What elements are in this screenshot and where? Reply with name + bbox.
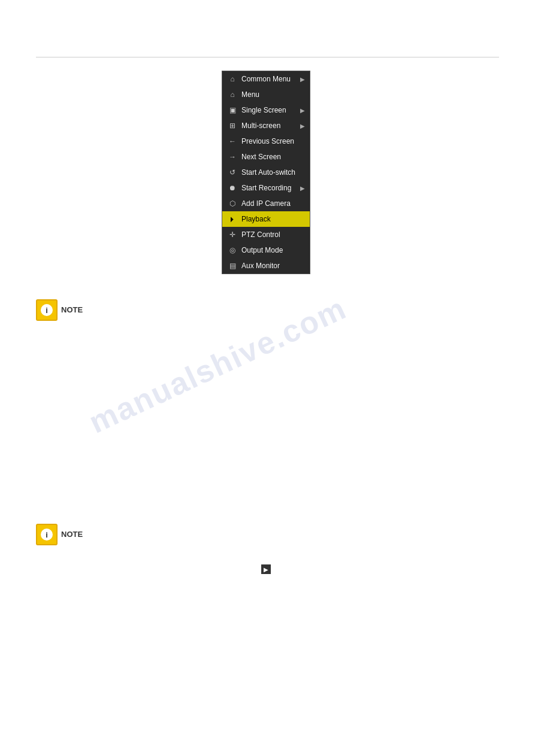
menu-label-output-mode: Output Mode	[241, 246, 305, 254]
note-icon-2: i	[36, 524, 58, 545]
submenu-arrow-common-menu: ▶	[300, 76, 305, 83]
prev-icon: ←	[227, 136, 238, 146]
note-i-symbol-1: i	[41, 304, 53, 316]
menu-item-output-mode[interactable]: ◎Output Mode	[222, 242, 310, 258]
note-icon-1: i	[36, 299, 58, 321]
menu-label-previous-screen: Previous Screen	[241, 137, 305, 145]
menu-label-start-recording: Start Recording	[241, 184, 300, 192]
playback-icon: ⏵	[227, 214, 238, 224]
menu-label-next-screen: Next Screen	[241, 153, 305, 161]
menu-item-menu[interactable]: ⌂Menu	[222, 87, 310, 102]
menu-item-common-menu[interactable]: ⌂Common Menu▶	[222, 71, 310, 87]
menu-label-multi-screen: Multi-screen	[241, 122, 300, 130]
output-icon: ◎	[227, 245, 238, 255]
menu-item-multi-screen[interactable]: ⊞Multi-screen▶	[222, 118, 310, 133]
home-icon: ⌂	[227, 90, 238, 99]
menu-label-aux-monitor: Aux Monitor	[241, 262, 305, 270]
submenu-arrow-start-recording: ▶	[300, 185, 305, 192]
camera-icon: ⬡	[227, 199, 238, 208]
note-label-2: NOTE	[61, 524, 83, 545]
menu-item-previous-screen[interactable]: ←Previous Screen	[222, 133, 310, 149]
top-divider	[36, 57, 499, 57]
menu-item-add-ip-camera[interactable]: ⬡Add IP Camera	[222, 196, 310, 211]
menu-label-single-screen: Single Screen	[241, 106, 300, 114]
arrow-symbol: ▶	[264, 566, 268, 573]
menu-label-playback: Playback	[241, 215, 305, 223]
menu-item-start-recording[interactable]: ⏺Start Recording▶	[222, 180, 310, 196]
menu-label-common-menu: Common Menu	[241, 75, 300, 83]
aux-icon: ▤	[227, 261, 238, 271]
note-section-2: i NOTE	[36, 524, 499, 550]
menu-label-ptz-control: PTZ Control	[241, 230, 305, 239]
recording-icon: ⏺	[227, 183, 238, 193]
inline-arrow-icon: ▶	[261, 564, 271, 574]
multi-screen-icon: ⊞	[227, 121, 238, 130]
menu-label-start-auto-switch: Start Auto-switch	[241, 168, 305, 177]
submenu-arrow-multi-screen: ▶	[300, 123, 305, 129]
menu-item-ptz-control[interactable]: ✛PTZ Control	[222, 227, 310, 242]
menu-item-next-screen[interactable]: →Next Screen	[222, 149, 310, 165]
menu-item-playback[interactable]: ⏵Playback	[222, 211, 310, 227]
menu-item-start-auto-switch[interactable]: ↺Start Auto-switch	[222, 165, 310, 180]
menu-label-add-ip-camera: Add IP Camera	[241, 199, 305, 208]
context-menu: ⌂Common Menu▶⌂Menu▣Single Screen▶⊞Multi-…	[222, 71, 310, 274]
menu-label-menu: Menu	[241, 90, 305, 99]
menu-item-aux-monitor[interactable]: ▤Aux Monitor	[222, 258, 310, 274]
auto-switch-icon: ↺	[227, 168, 238, 177]
note-i-symbol-2: i	[41, 529, 53, 541]
note-section-1: i NOTE	[36, 299, 499, 326]
single-screen-icon: ▣	[227, 105, 238, 115]
home-icon: ⌂	[227, 74, 238, 84]
ptz-icon: ✛	[227, 230, 238, 239]
menu-item-single-screen[interactable]: ▣Single Screen▶	[222, 102, 310, 118]
next-icon: →	[227, 152, 238, 162]
note-label-1: NOTE	[61, 299, 83, 321]
submenu-arrow-single-screen: ▶	[300, 107, 305, 114]
